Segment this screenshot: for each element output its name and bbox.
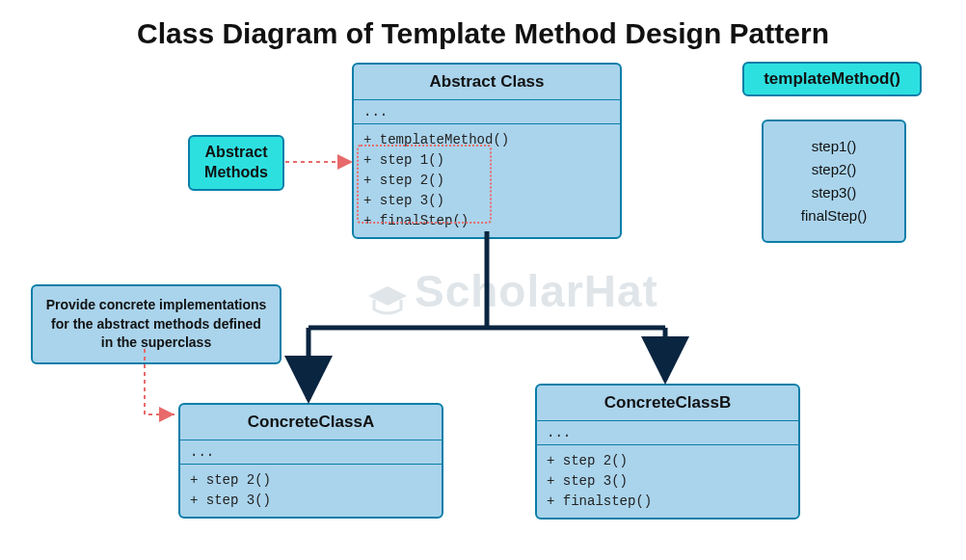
watermark-icon [366, 278, 409, 312]
watermark: ScholarHat [366, 265, 658, 317]
concrete-class-a-methods: + step 2() + step 3() [180, 465, 442, 517]
concrete-class-b-box: ConcreteClassB ... + step 2() + step 3()… [535, 384, 800, 520]
concrete-class-b-attrs: ... [537, 421, 798, 445]
abstract-methods-label: Abstract Methods [188, 135, 284, 191]
abstract-class-attrs: ... [354, 100, 620, 124]
concrete-class-b-title: ConcreteClassB [537, 386, 798, 421]
concrete-class-a-box: ConcreteClassA ... + step 2() + step 3() [178, 403, 443, 519]
concrete-class-a-attrs: ... [180, 440, 442, 465]
concrete-class-b-methods: + step 2() + step 3() + finalstep() [537, 445, 798, 518]
concrete-class-a-title: ConcreteClassA [180, 405, 442, 440]
abstract-class-methods: + templateMethod() + step 1() + step 2()… [354, 124, 620, 237]
abstract-class-box: Abstract Class ... + templateMethod() + … [352, 63, 622, 239]
implementation-note: Provide concrete implementations for the… [31, 284, 282, 364]
template-method-label: templateMethod() [742, 62, 922, 96]
diagram-title: Class Diagram of Template Method Design … [0, 17, 966, 50]
abstract-class-title: Abstract Class [354, 65, 620, 100]
template-steps-box: step1() step2() step3() finalStep() [762, 120, 906, 243]
